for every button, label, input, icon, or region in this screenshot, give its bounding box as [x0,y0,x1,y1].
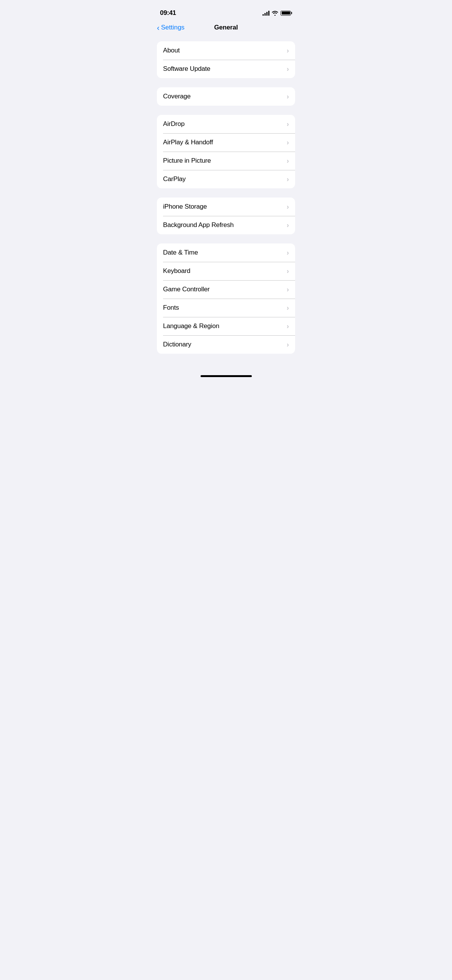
nav-header: ‹ Settings General [151,21,301,38]
home-bar [201,375,252,377]
airplay-handoff-chevron-icon: › [287,139,289,146]
game-controller-label: Game Controller [163,286,210,293]
signal-bar-3 [266,12,268,16]
status-icons [263,10,292,16]
iphone-storage-label: iPhone Storage [163,203,207,211]
airplay-handoff-label: AirPlay & Handoff [163,139,213,146]
settings-row-software-update[interactable]: Software Update › [157,60,295,78]
about-chevron-icon: › [287,47,289,54]
wifi-icon [272,11,278,16]
keyboard-chevron-icon: › [287,268,289,274]
signal-bars-icon [263,10,269,16]
language-region-chevron-icon: › [287,323,289,330]
dictionary-chevron-icon: › [287,341,289,348]
background-app-refresh-label: Background App Refresh [163,221,234,229]
back-button[interactable]: ‹ Settings [157,24,184,31]
battery-icon [281,11,292,16]
dictionary-label: Dictionary [163,341,191,348]
settings-row-background-app-refresh[interactable]: Background App Refresh › [157,216,295,234]
settings-row-game-controller[interactable]: Game Controller › [157,280,295,299]
picture-in-picture-label: Picture in Picture [163,157,211,165]
settings-row-picture-in-picture[interactable]: Picture in Picture › [157,152,295,170]
fonts-label: Fonts [163,304,179,312]
keyboard-label: Keyboard [163,267,190,275]
signal-bar-1 [263,14,264,16]
settings-row-airplay-handoff[interactable]: AirPlay & Handoff › [157,133,295,152]
game-controller-chevron-icon: › [287,286,289,293]
iphone-storage-chevron-icon: › [287,203,289,210]
settings-content: About › Software Update › Coverage › Air… [151,38,301,369]
status-time: 09:41 [160,9,176,17]
settings-row-fonts[interactable]: Fonts › [157,299,295,317]
back-chevron-icon: ‹ [157,24,160,31]
settings-row-about[interactable]: About › [157,41,295,60]
settings-group-3: AirDrop › AirPlay & Handoff › Picture in… [157,115,295,188]
signal-bar-2 [264,13,266,16]
picture-in-picture-chevron-icon: › [287,157,289,164]
settings-row-iphone-storage[interactable]: iPhone Storage › [157,198,295,216]
settings-row-coverage[interactable]: Coverage › [157,87,295,106]
settings-group-4: iPhone Storage › Background App Refresh … [157,198,295,234]
home-indicator [151,375,301,380]
software-update-chevron-icon: › [287,65,289,72]
settings-row-date-time[interactable]: Date & Time › [157,243,295,262]
settings-group-2: Coverage › [157,87,295,106]
date-time-chevron-icon: › [287,249,289,256]
settings-row-keyboard[interactable]: Keyboard › [157,262,295,280]
page-title: General [214,24,238,31]
fonts-chevron-icon: › [287,304,289,311]
software-update-label: Software Update [163,65,210,73]
coverage-label: Coverage [163,93,191,100]
carplay-chevron-icon: › [287,176,289,183]
settings-row-dictionary[interactable]: Dictionary › [157,335,295,354]
language-region-label: Language & Region [163,322,219,330]
settings-group-1: About › Software Update › [157,41,295,78]
signal-bar-4 [268,11,269,16]
coverage-chevron-icon: › [287,93,289,100]
about-label: About [163,47,179,54]
airdrop-chevron-icon: › [287,121,289,127]
settings-row-carplay[interactable]: CarPlay › [157,170,295,188]
airdrop-label: AirDrop [163,120,184,128]
date-time-label: Date & Time [163,249,198,256]
settings-row-airdrop[interactable]: AirDrop › [157,115,295,133]
settings-group-5: Date & Time › Keyboard › Game Controller… [157,243,295,354]
carplay-label: CarPlay [163,175,186,183]
settings-row-language-region[interactable]: Language & Region › [157,317,295,335]
back-label: Settings [161,24,184,31]
background-app-refresh-chevron-icon: › [287,222,289,229]
status-bar: 09:41 [151,0,301,21]
